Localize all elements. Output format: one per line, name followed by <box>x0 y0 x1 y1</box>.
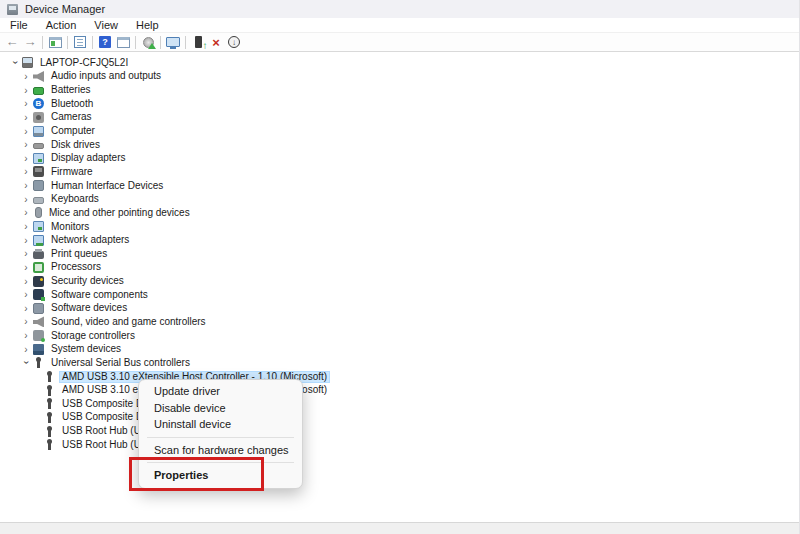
scan-hardware-changes-button[interactable] <box>139 34 157 50</box>
tree-row[interactable]: ›Audio inputs and outputs <box>0 70 799 84</box>
chevron-collapsed-icon[interactable]: › <box>19 166 33 177</box>
back-button[interactable]: ← <box>3 34 21 50</box>
tree-row[interactable]: ›Disk drives <box>0 138 799 152</box>
chevron-collapsed-icon[interactable]: › <box>19 262 33 273</box>
tree-item-label: Computer <box>48 125 98 137</box>
menu-file[interactable]: File <box>1 18 37 33</box>
chevron-collapsed-icon[interactable]: › <box>19 112 33 123</box>
disable-device-button[interactable]: ↓ <box>225 34 243 50</box>
tree-item-label: Software devices <box>48 302 130 314</box>
chevron-expanded-icon[interactable]: › <box>21 356 32 370</box>
menu-help[interactable]: Help <box>127 18 168 33</box>
tree-item-label: Human Interface Devices <box>48 180 166 192</box>
show-console-tree-button[interactable] <box>46 34 64 50</box>
context-menu-separator <box>147 437 294 438</box>
chevron-collapsed-icon[interactable]: › <box>19 194 33 205</box>
help-button[interactable]: ? <box>96 34 114 50</box>
remote-computer-button[interactable] <box>164 34 182 50</box>
remote-computer-icon <box>166 37 180 47</box>
properties-pane-button[interactable] <box>71 34 89 50</box>
tree-row[interactable]: ›BBluetooth <box>0 97 799 111</box>
tree-row[interactable]: ›Security devices <box>0 274 799 288</box>
tree-row[interactable]: ›LAPTOP-CFJQ5L2I <box>0 56 799 70</box>
chevron-collapsed-icon[interactable]: › <box>19 126 33 137</box>
properties-pane-icon <box>74 36 86 48</box>
chevron-collapsed-icon[interactable]: › <box>19 98 33 109</box>
tree-row[interactable]: ›Keyboards <box>0 192 799 206</box>
speaker-icon <box>33 316 44 327</box>
tree-row[interactable]: ›Software components <box>0 288 799 302</box>
chevron-collapsed-icon[interactable]: › <box>19 207 33 218</box>
tree-row[interactable]: ›Sound, video and game controllers <box>0 315 799 329</box>
tree-item-label: Print queues <box>48 248 110 260</box>
context-menu-item-update-driver[interactable]: Update driver <box>139 383 302 400</box>
battery-icon <box>33 87 44 95</box>
usb-icon <box>44 426 55 437</box>
tree-row[interactable]: ›Cameras <box>0 111 799 125</box>
tree-row[interactable]: ›Computer <box>0 124 799 138</box>
chevron-collapsed-icon[interactable]: › <box>19 153 33 164</box>
forward-icon: → <box>24 35 37 49</box>
chevron-collapsed-icon[interactable]: › <box>19 316 33 327</box>
chevron-collapsed-icon[interactable]: › <box>19 344 33 355</box>
tree-row[interactable]: ›Software devices <box>0 302 799 316</box>
laptop-icon <box>22 57 33 68</box>
tree-row[interactable]: USB Composite Device <box>0 397 799 411</box>
usb-icon <box>44 371 55 382</box>
tree-row[interactable]: ›Human Interface Devices <box>0 179 799 193</box>
update-driver-icon <box>195 36 202 48</box>
bluetooth-icon: B <box>33 98 44 109</box>
forward-button[interactable]: → <box>21 34 39 50</box>
processor-icon <box>33 262 44 273</box>
chevron-collapsed-icon[interactable]: › <box>19 221 33 232</box>
show-action-pane-button[interactable] <box>114 34 132 50</box>
chevron-collapsed-icon[interactable]: › <box>19 330 33 341</box>
tree-row[interactable]: ›System devices <box>0 342 799 356</box>
chevron-collapsed-icon[interactable]: › <box>19 235 33 246</box>
uninstall-device-button[interactable]: × <box>207 34 225 50</box>
chevron-collapsed-icon[interactable]: › <box>19 289 33 300</box>
context-menu-item-scan-for-hardware-changes[interactable]: Scan for hardware changes <box>139 442 302 459</box>
tree-row[interactable]: ›Mice and other pointing devices <box>0 206 799 220</box>
tree-row[interactable]: ›Storage controllers <box>0 329 799 343</box>
chevron-collapsed-icon[interactable]: › <box>19 139 33 150</box>
tree-item-label: Disk drives <box>48 139 103 151</box>
chevron-collapsed-icon[interactable]: › <box>19 248 33 259</box>
display-icon <box>33 221 44 232</box>
tree-item-label: Keyboards <box>48 193 102 205</box>
toolbar-separator <box>135 36 136 49</box>
tree-row[interactable]: ›Processors <box>0 261 799 275</box>
chevron-expanded-icon[interactable]: › <box>10 56 21 70</box>
security-icon <box>33 276 44 287</box>
chevron-collapsed-icon[interactable]: › <box>19 180 33 191</box>
tree-row[interactable]: ›Batteries <box>0 83 799 97</box>
tree-row[interactable]: USB Composite Device <box>0 411 799 425</box>
tree-item-label: LAPTOP-CFJQ5L2I <box>37 57 131 69</box>
tree-row[interactable]: USB Root Hub (USB 3.0) <box>0 424 799 438</box>
context-menu-item-uninstall-device[interactable]: Uninstall device <box>139 416 302 433</box>
tree-row[interactable]: ›Display adapters <box>0 151 799 165</box>
chevron-collapsed-icon[interactable]: › <box>19 276 33 287</box>
chevron-collapsed-icon[interactable]: › <box>19 303 33 314</box>
context-menu-item-disable-device[interactable]: Disable device <box>139 400 302 417</box>
tree-item-label: Sound, video and game controllers <box>48 316 209 328</box>
chevron-collapsed-icon[interactable]: › <box>19 85 33 96</box>
chevron-collapsed-icon[interactable]: › <box>19 71 33 82</box>
tree-row[interactable]: ›Monitors <box>0 220 799 234</box>
device-manager-window: Device Manager FileActionViewHelp ←→?×↓ … <box>0 0 800 534</box>
software-icon <box>33 303 44 314</box>
tree-item-label: Cameras <box>48 111 95 123</box>
tree-item-label: Bluetooth <box>48 98 96 110</box>
tree-row[interactable]: ›Universal Serial Bus controllers <box>0 356 799 370</box>
tree-row[interactable]: ›Network adapters <box>0 233 799 247</box>
menu-view[interactable]: View <box>85 18 127 33</box>
tree-row[interactable]: ›Firmware <box>0 165 799 179</box>
tree-row[interactable]: USB Root Hub (USB 3.0) <box>0 438 799 452</box>
menu-action[interactable]: Action <box>37 18 86 33</box>
tree-row-selected[interactable]: AMD USB 3.10 eXtensible Host Controller … <box>0 370 799 384</box>
update-driver-button[interactable] <box>189 34 207 50</box>
context-menu-item-properties[interactable]: Properties <box>139 467 302 484</box>
tree-row[interactable]: ›Print queues <box>0 247 799 261</box>
tree-row[interactable]: AMD USB 3.10 eXtensible Host Controller … <box>0 383 799 397</box>
tree-item-label: Storage controllers <box>48 330 138 342</box>
